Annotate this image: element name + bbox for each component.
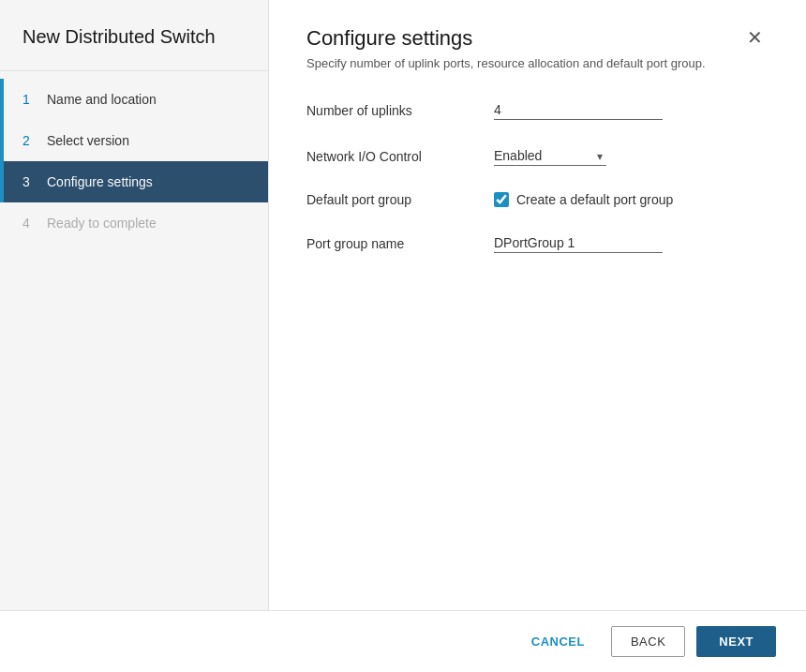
default-port-field: Create a default port group [494, 192, 769, 207]
step-2[interactable]: 2 Select version [0, 120, 268, 161]
dialog-footer: CANCEL BACK NEXT [0, 610, 806, 672]
next-button[interactable]: NEXT [696, 626, 776, 657]
sidebar: New Distributed Switch 1 Name and locati… [0, 0, 269, 610]
step-4: 4 Ready to complete [0, 202, 268, 244]
step-1-number: 1 [22, 92, 37, 107]
step-1-label: Name and location [47, 92, 157, 107]
content-header: Configure settings ✕ [306, 26, 769, 51]
port-group-name-label: Port group name [306, 236, 494, 251]
content-title: Configure settings [306, 26, 472, 51]
port-group-name-input[interactable] [494, 233, 663, 253]
step-3-number: 3 [22, 174, 37, 189]
checkbox-row: Create a default port group [494, 192, 769, 207]
new-distributed-switch-dialog: New Distributed Switch 1 Name and locati… [0, 0, 806, 672]
step-2-number: 2 [22, 133, 37, 148]
content-subtitle: Specify number of uplink ports, resource… [306, 56, 769, 70]
sidebar-title: New Distributed Switch [0, 0, 268, 71]
network-io-select-wrapper: Enabled Disabled ▾ [494, 146, 606, 166]
step-3-label: Configure settings [47, 174, 153, 189]
default-port-row: Default port group Create a default port… [306, 192, 769, 207]
step-4-label: Ready to complete [47, 216, 157, 231]
default-port-checkbox[interactable] [494, 192, 509, 207]
uplinks-label: Number of uplinks [306, 103, 494, 118]
network-io-select[interactable]: Enabled Disabled [494, 146, 606, 166]
step-1[interactable]: 1 Name and location [0, 79, 268, 120]
default-port-label: Default port group [306, 192, 494, 207]
step-2-label: Select version [47, 133, 129, 148]
uplinks-input[interactable] [494, 100, 663, 120]
step-3[interactable]: 3 Configure settings [0, 161, 268, 202]
default-port-checkbox-label: Create a default port group [516, 192, 673, 207]
sidebar-steps: 1 Name and location 2 Select version 3 C… [0, 71, 268, 244]
network-io-row: Network I/O Control Enabled Disabled ▾ [306, 146, 769, 166]
back-button[interactable]: BACK [611, 626, 685, 657]
port-group-name-row: Port group name [306, 233, 769, 253]
dialog-body: New Distributed Switch 1 Name and locati… [0, 0, 806, 610]
uplinks-row: Number of uplinks [306, 100, 769, 120]
step-4-number: 4 [22, 216, 37, 231]
main-content: Configure settings ✕ Specify number of u… [269, 0, 806, 610]
network-io-field: Enabled Disabled ▾ [494, 146, 769, 166]
cancel-button[interactable]: CANCEL [516, 627, 600, 656]
port-group-name-field [494, 233, 769, 253]
uplinks-field [494, 100, 769, 120]
close-button[interactable]: ✕ [741, 26, 769, 49]
network-io-label: Network I/O Control [306, 149, 494, 164]
